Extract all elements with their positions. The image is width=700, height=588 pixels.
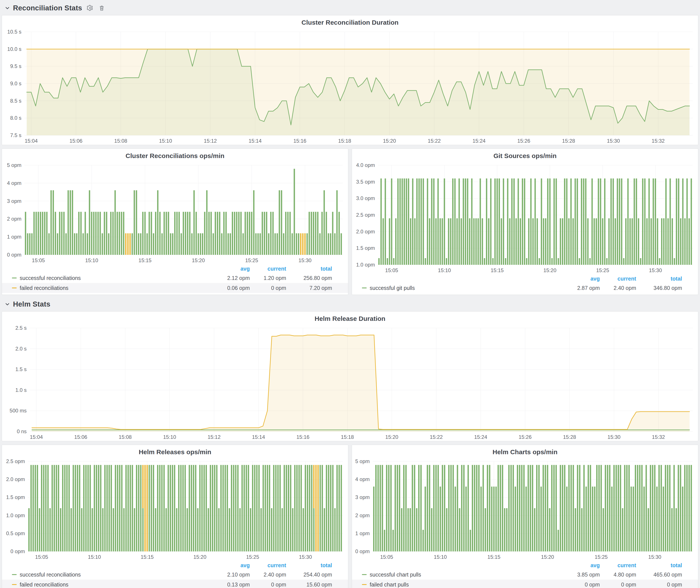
panel-title[interactable]: Git Sources ops/min	[352, 149, 698, 161]
svg-text:2.5 s: 2.5 s	[15, 325, 27, 331]
svg-text:15:30: 15:30	[299, 554, 312, 560]
svg-text:1 opm: 1 opm	[355, 530, 370, 536]
series-color-dash-icon	[12, 574, 17, 575]
legend-row-successful-reconciliations[interactable]: successful reconciliations 2.12 opm 1.20…	[2, 273, 348, 283]
svg-text:2 opm: 2 opm	[7, 216, 21, 222]
panel-cluster-reconciliations-opm: Cluster Reconciliations ops/min 0 opm1 o…	[2, 149, 348, 295]
svg-text:0 opm: 0 opm	[10, 548, 25, 554]
cluster-reconciliations-opm-chart[interactable]: 0 opm1 opm2 opm3 opm4 opm5 opm15:0515:10…	[2, 161, 348, 264]
svg-text:15:30: 15:30	[648, 554, 661, 560]
helm-charts-opm-chart[interactable]: 0 opm1 opm2 opm3 opm4 opm5 opm15:0515:10…	[352, 457, 698, 561]
gear-icon[interactable]	[87, 5, 94, 11]
panel-title[interactable]: Cluster Reconciliation Duration	[2, 15, 698, 27]
series-label[interactable]: failed reconciliations	[20, 582, 68, 588]
svg-text:10.5 s: 10.5 s	[7, 29, 21, 35]
legend-row-successful-reconciliations[interactable]: successful reconciliations 2.10 opm 2.40…	[2, 570, 348, 580]
series-color-dash-icon	[362, 584, 367, 585]
legend-row-successful-git-pulls[interactable]: successful git pulls 2.87 opm 2.40 opm 3…	[352, 283, 698, 293]
legend-col-current[interactable]: current	[600, 276, 636, 282]
svg-text:15:15: 15:15	[139, 257, 152, 263]
series-label[interactable]: successful reconciliations	[20, 572, 81, 578]
svg-text:4 opm: 4 opm	[7, 180, 21, 186]
svg-text:15:20: 15:20	[383, 138, 396, 144]
panel-title[interactable]: Helm Charts ops/min	[352, 445, 698, 457]
legend-col-current[interactable]: current	[250, 266, 286, 272]
svg-text:10.0 s: 10.0 s	[7, 46, 21, 52]
svg-text:2 opm: 2 opm	[355, 512, 370, 518]
legend-col-avg[interactable]: avg	[563, 276, 600, 282]
legend-col-current[interactable]: current	[250, 562, 286, 569]
series-label[interactable]: successful git pulls	[370, 285, 415, 291]
svg-text:2.5 opm: 2.5 opm	[6, 458, 25, 464]
stat-total: 7.20 opm	[286, 285, 332, 291]
legend-header: avg current total	[2, 264, 348, 273]
svg-text:15:16: 15:16	[297, 434, 310, 440]
series-label[interactable]: failed reconciliations	[20, 285, 68, 291]
panel-helm-release-duration: Helm Release Duration 0 ns500 ms1.0 s1.5…	[2, 311, 698, 441]
series-color-dash-icon	[12, 288, 17, 288]
svg-text:15:06: 15:06	[69, 138, 82, 144]
series-color-dash-icon	[362, 288, 367, 288]
stat-avg: 2.87 opm	[563, 285, 600, 291]
stat-current: 2.40 opm	[600, 285, 636, 291]
series-label[interactable]: failed chart pulls	[370, 582, 409, 588]
svg-text:15:15: 15:15	[491, 267, 504, 273]
svg-text:15:28: 15:28	[562, 138, 575, 144]
panel-title[interactable]: Helm Release Duration	[2, 312, 698, 324]
svg-text:2.0 opm: 2.0 opm	[356, 229, 375, 234]
legend-col-total[interactable]: total	[636, 562, 682, 569]
svg-text:2.0 opm: 2.0 opm	[6, 476, 25, 482]
svg-text:15:20: 15:20	[192, 257, 205, 263]
svg-text:1.0 opm: 1.0 opm	[356, 262, 375, 268]
legend-row-successful-chart-pulls[interactable]: successful chart pulls 3.85 opm 4.80 opm…	[352, 570, 698, 580]
legend-col-total[interactable]: total	[636, 276, 682, 282]
git-sources-opm-chart[interactable]: 1.0 opm1.5 opm2.0 opm2.5 opm3.0 opm3.5 o…	[352, 161, 698, 274]
legend-header: avg current total	[2, 561, 348, 570]
svg-text:15:32: 15:32	[652, 434, 665, 440]
svg-text:15:32: 15:32	[652, 138, 665, 144]
helm-release-duration-chart[interactable]: 0 ns500 ms1.0 s1.5 s2.0 s2.5 s15:0415:06…	[2, 324, 698, 441]
panel-title[interactable]: Helm Releases ops/min	[2, 445, 348, 457]
legend-col-avg[interactable]: avg	[213, 562, 250, 569]
svg-text:15:14: 15:14	[252, 434, 265, 440]
svg-text:15:30: 15:30	[607, 138, 620, 144]
svg-text:15:12: 15:12	[204, 138, 217, 144]
stat-total: 254.40 opm	[286, 572, 332, 578]
svg-text:15:08: 15:08	[119, 434, 132, 440]
section-title[interactable]: Reconciliation Stats	[13, 4, 82, 12]
stat-total: 465.60 opm	[636, 572, 682, 578]
svg-text:9.5 s: 9.5 s	[10, 63, 21, 69]
svg-text:15:15: 15:15	[487, 554, 500, 560]
chevron-down-icon[interactable]	[5, 302, 10, 307]
legend-row-failed-chart-pulls[interactable]: failed chart pulls 0 opm 0 opm 0 opm	[352, 580, 698, 588]
svg-text:15:30: 15:30	[298, 257, 311, 263]
stat-current: 2.40 opm	[250, 572, 286, 578]
chevron-down-icon[interactable]	[5, 5, 10, 11]
svg-text:15:25: 15:25	[245, 257, 258, 263]
svg-text:9.0 s: 9.0 s	[10, 81, 21, 86]
legend-col-avg[interactable]: avg	[563, 562, 600, 569]
svg-text:8.0 s: 8.0 s	[10, 115, 21, 121]
cluster-reconciliation-duration-chart[interactable]: 7.5 s8.0 s8.5 s9.0 s9.5 s10.0 s10.5 s15:…	[2, 27, 698, 145]
legend-col-avg[interactable]: avg	[213, 266, 250, 272]
svg-text:5 opm: 5 opm	[355, 458, 370, 464]
helm-releases-opm-chart[interactable]: 0 opm0.5 opm1.0 opm1.5 opm2.0 opm2.5 opm…	[2, 457, 348, 561]
legend-row-failed-reconciliations[interactable]: failed reconciliations 0.06 opm 0 opm 7.…	[2, 283, 348, 293]
legend: avg current total successful reconciliat…	[2, 264, 348, 295]
section-title[interactable]: Helm Stats	[13, 300, 50, 308]
legend-col-total[interactable]: total	[286, 562, 332, 569]
series-label[interactable]: successful reconciliations	[20, 275, 81, 281]
legend-row-failed-reconciliations[interactable]: failed reconciliations 0.13 opm 0 opm 15…	[2, 580, 348, 588]
legend-col-total[interactable]: total	[286, 266, 332, 272]
svg-text:0.5 opm: 0.5 opm	[6, 530, 25, 536]
svg-text:3 opm: 3 opm	[7, 198, 21, 204]
series-label[interactable]: successful chart pulls	[370, 572, 421, 578]
svg-text:15:10: 15:10	[163, 434, 176, 440]
stat-avg: 0.06 opm	[213, 285, 250, 291]
svg-text:0 ns: 0 ns	[17, 428, 27, 434]
svg-text:3 opm: 3 opm	[355, 494, 370, 500]
trash-icon[interactable]	[98, 5, 105, 11]
panel-title[interactable]: Cluster Reconciliations ops/min	[2, 149, 348, 161]
svg-text:15:20: 15:20	[543, 267, 556, 273]
legend-col-current[interactable]: current	[600, 562, 636, 569]
